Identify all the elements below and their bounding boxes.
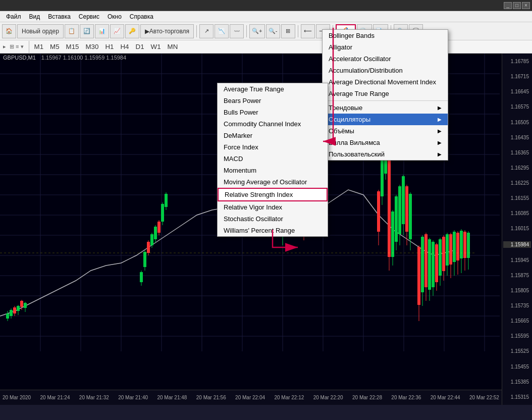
dropdown-oscillators[interactable]: Осцилляторы ▶ [323, 114, 448, 125]
svg-rect-120 [463, 232, 466, 258]
menu-insert[interactable]: Вставка [44, 12, 75, 21]
svg-rect-112 [449, 234, 452, 265]
dropdown-sep1 [323, 100, 448, 101]
osc-bulls-power[interactable]: Bulls Power [218, 107, 328, 118]
maximize-btn[interactable]: □ [513, 2, 521, 9]
tf-m15[interactable]: M15 [63, 42, 82, 51]
price-4: 1.16575 [503, 104, 531, 110]
dropdown-custom[interactable]: Пользовательский ▶ [323, 148, 448, 160]
svg-rect-56 [161, 204, 164, 222]
tf-mn[interactable]: MN [165, 42, 181, 51]
dropdown-accelerator[interactable]: Accelerator Oscillator [323, 53, 448, 65]
toolbar-grid[interactable]: ⊞ [281, 24, 295, 38]
osc-maos[interactable]: Moving Average of Oscillator [218, 176, 328, 188]
price-21: 1.15385 [503, 379, 531, 385]
tf-m5[interactable]: M5 [47, 42, 63, 51]
price-1: 1.16785 [503, 59, 531, 64]
tf-m30[interactable]: M30 [83, 42, 102, 51]
tf-w1[interactable]: W1 [148, 42, 164, 51]
chart-symbol: GBPUSD,M1 [3, 55, 36, 61]
svg-rect-94 [417, 247, 420, 305]
osc-atr[interactable]: Average True Range [218, 83, 328, 95]
auto-trade-btn[interactable]: ▶ Авто-торговля [140, 24, 194, 38]
osc-momentum[interactable]: Momentum [218, 165, 328, 176]
price-11: 1.16085 [503, 211, 531, 216]
osc-stochastic[interactable]: Stochastic Oscillator [218, 213, 328, 225]
toolbar-icon5[interactable]: 📈 [110, 24, 124, 38]
toolbar-trend2[interactable]: 📉 [215, 24, 229, 38]
toolbar-trend3[interactable]: 〰 [230, 24, 244, 38]
toolbar-icon1[interactable]: 🏠 [2, 24, 16, 38]
svg-rect-38 [17, 306, 20, 311]
sep1 [196, 25, 197, 37]
dropdown-atr[interactable]: Average True Range [323, 88, 448, 99]
toolbar-icon2[interactable]: 📋 [65, 24, 79, 38]
time-3: 20 Mar 21:32 [79, 395, 109, 400]
tf-h4[interactable]: H4 [117, 42, 132, 51]
price-14: 1.15875 [503, 273, 531, 278]
toolbar-scroll1[interactable]: ⟵ [301, 24, 315, 38]
dropdown-trend[interactable]: Трендовые ▶ [323, 102, 448, 114]
dropdown-alligator[interactable]: Alligator [323, 41, 448, 53]
price-18: 1.15595 [503, 333, 531, 339]
svg-rect-50 [150, 234, 153, 245]
osc-williams[interactable]: Williams' Percent Range [218, 225, 328, 236]
tf-d1[interactable]: D1 [133, 42, 147, 51]
trend-arrow: ▶ [438, 105, 442, 111]
minimize-btn[interactable]: _ [504, 2, 512, 9]
osc-rvi[interactable]: Relative Vigor Index [218, 201, 328, 213]
price-13: 1.15945 [503, 257, 531, 263]
toolbar-icon4[interactable]: 📊 [95, 24, 109, 38]
dropdown-volumes[interactable]: Объёмы ▶ [323, 125, 448, 137]
time-axis: 20 Mar 2020 20 Mar 21:24 20 Mar 21:32 20… [0, 390, 502, 405]
vol-arrow: ▶ [438, 128, 442, 134]
svg-rect-86 [398, 186, 401, 234]
price-3: 1.16645 [503, 89, 531, 94]
tf-m1[interactable]: M1 [31, 42, 47, 51]
zoom-in-btn[interactable]: 🔍+ [249, 24, 264, 38]
svg-rect-100 [428, 239, 431, 290]
toolbar-trend1[interactable]: ↗ [199, 24, 214, 38]
menu-window[interactable]: Окно [103, 12, 126, 21]
sub-dropdown: Average True Range Bears Power Bulls Pow… [217, 83, 328, 237]
price-9: 1.16225 [503, 180, 531, 186]
svg-rect-42 [24, 303, 27, 308]
dropdown-bollinger[interactable]: Bollinger Bands [323, 30, 448, 41]
svg-rect-114 [453, 232, 456, 262]
svg-rect-122 [467, 233, 470, 258]
price-15: 1.15805 [503, 288, 531, 293]
time-5: 20 Mar 21:48 [157, 395, 187, 400]
dropdown-admi[interactable]: Average Directional Movement Index [323, 76, 448, 88]
svg-rect-76 [381, 156, 384, 196]
menu-view[interactable]: Вид [25, 12, 44, 21]
zoom-out-btn[interactable]: 🔍- [266, 24, 280, 38]
menu-help[interactable]: Справка [126, 12, 157, 21]
price-17: 1.15665 [503, 318, 531, 324]
osc-bears-power[interactable]: Bears Power [218, 95, 328, 107]
price-16: 1.15735 [503, 303, 531, 308]
osc-demarker[interactable]: DeMarker [218, 130, 328, 141]
close-btn[interactable]: × [522, 2, 530, 9]
svg-rect-90 [405, 186, 408, 232]
menu-file[interactable]: Файл [2, 12, 25, 21]
dropdown-accum-dist[interactable]: Accumulation/Distribution [323, 65, 448, 76]
title-bar: _ □ × [0, 0, 532, 11]
tf-label: ▸ [3, 43, 6, 50]
custom-arrow: ▶ [438, 151, 442, 157]
new-order-btn[interactable]: Новый ордер [17, 24, 64, 38]
svg-rect-98 [424, 234, 428, 287]
svg-rect-106 [439, 239, 442, 276]
svg-rect-116 [456, 233, 459, 260]
menu-bar: Файл Вид Вставка Сервис Окно Справка [0, 11, 532, 22]
osc-cci[interactable]: Commodity Channel Index [218, 118, 328, 130]
menu-service[interactable]: Сервис [75, 12, 103, 21]
tf-h1[interactable]: H1 [102, 42, 117, 51]
dropdown-bill-williams[interactable]: Билла Вильямса ▶ [323, 137, 448, 148]
osc-rsi[interactable]: Relative Strength Index [218, 188, 328, 201]
toolbar-icon3[interactable]: 🔄 [80, 24, 94, 38]
osc-macd[interactable]: MACD [218, 153, 328, 165]
time-1: 20 Mar 2020 [3, 395, 31, 400]
osc-force-index[interactable]: Force Index [218, 141, 328, 153]
svg-rect-84 [395, 196, 398, 242]
toolbar-icon6[interactable]: 🔑 [125, 24, 139, 38]
